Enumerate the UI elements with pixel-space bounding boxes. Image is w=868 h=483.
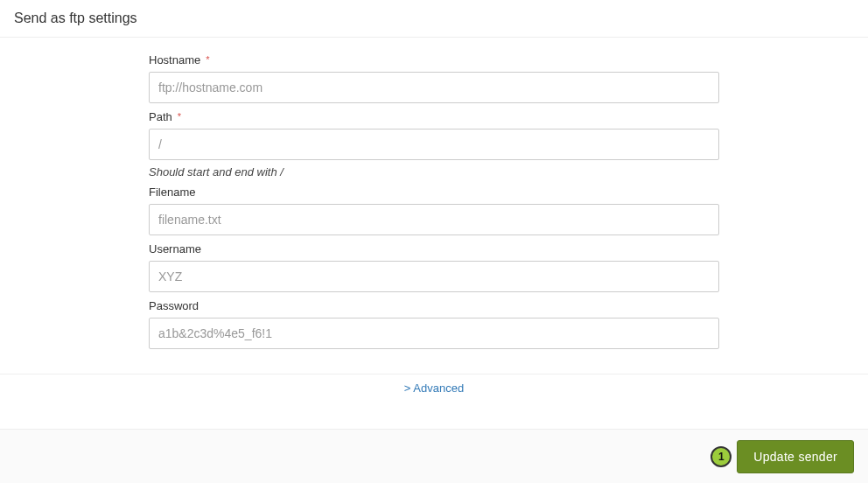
password-label-row: Password xyxy=(149,299,719,312)
required-icon: * xyxy=(206,55,209,65)
password-label: Password xyxy=(149,299,199,312)
username-input[interactable] xyxy=(149,261,719,292)
path-label: Path xyxy=(149,110,172,123)
hostname-label-row: Hostname * xyxy=(149,53,719,66)
update-sender-button[interactable]: Update sender xyxy=(737,440,854,473)
path-hint: Should start and end with / xyxy=(149,165,719,178)
hostname-input[interactable] xyxy=(149,72,719,103)
hostname-label: Hostname xyxy=(149,53,200,66)
password-input[interactable] xyxy=(149,318,719,349)
path-label-row: Path * xyxy=(149,110,719,123)
filename-input[interactable] xyxy=(149,204,719,235)
form: Hostname * Path * Should start and end w… xyxy=(0,38,868,374)
username-label: Username xyxy=(149,242,201,256)
required-icon: * xyxy=(178,112,181,122)
count-badge: 1 xyxy=(710,446,732,467)
filename-label: Filename xyxy=(149,186,195,199)
advanced-section: > Advanced xyxy=(0,374,868,403)
page-title: Send as ftp settings xyxy=(0,0,868,37)
field-hostname: Hostname * xyxy=(149,53,719,103)
field-password: Password xyxy=(149,299,719,349)
filename-label-row: Filename xyxy=(149,186,719,199)
footer: 1 Update sender xyxy=(0,429,868,483)
field-filename: Filename xyxy=(149,186,719,235)
path-input[interactable] xyxy=(149,129,719,160)
field-username: Username xyxy=(149,242,719,292)
field-path: Path * Should start and end with / xyxy=(149,110,719,178)
advanced-toggle[interactable]: > Advanced xyxy=(404,382,464,395)
username-label-row: Username xyxy=(149,242,719,256)
